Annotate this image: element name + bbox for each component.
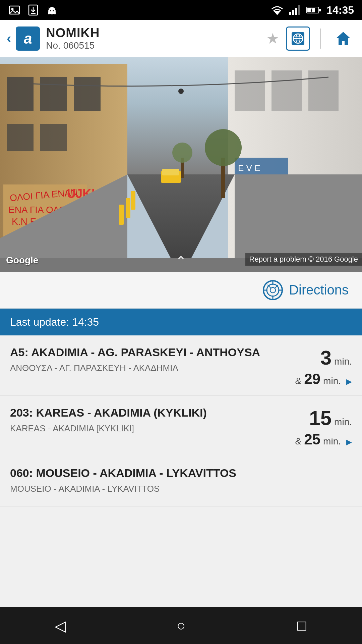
- svg-point-68: [270, 287, 276, 293]
- svg-rect-36: [74, 77, 101, 111]
- google-label: Google: [6, 255, 38, 266]
- time-primary-unit: min.: [334, 356, 352, 367]
- svg-marker-54: [235, 174, 362, 265]
- time-secondary-number: 29: [304, 371, 320, 387]
- last-update-time: 14:35: [72, 316, 99, 328]
- home-button[interactable]: [331, 26, 355, 51]
- wifi-icon: [271, 5, 284, 15]
- svg-rect-45: [235, 70, 265, 111]
- status-icons: [8, 4, 58, 16]
- time-secondary-number: 25: [304, 431, 320, 448]
- svg-point-1: [11, 8, 14, 10]
- header: ‹ a NOMIKH No. 060515 ★: [0, 20, 362, 57]
- svg-rect-10: [48, 12, 50, 14]
- svg-marker-13: [274, 11, 281, 15]
- header-title: NOMIKH No. 060515: [46, 26, 266, 51]
- route-subtitle: MOUSEIO - AKADIMIA - LYKAVITTOS: [10, 484, 345, 494]
- svg-point-65: [178, 89, 184, 94]
- svg-line-8: [49, 8, 50, 9]
- time-primary-number: 15: [309, 407, 331, 430]
- station-number: No. 060515: [46, 40, 266, 51]
- route-name: 060: MOUSEIO - AKADIMIA - LYKAVITTOS: [10, 466, 345, 480]
- svg-rect-11: [54, 12, 56, 14]
- status-bar: 14:35: [0, 0, 362, 20]
- svg-point-63: [172, 143, 192, 163]
- route-subtitle: KAREAS - AKADIMIA [KYKLIKI]: [10, 423, 288, 434]
- street-view[interactable]: ΟΛΟΙ ΓΙΑ ΕΝΑΝ ΕΝΑ ΓΙΑ ΟΛΟΥΣ K.N.E. UJK! …: [0, 57, 362, 272]
- svg-rect-15: [292, 10, 294, 15]
- route-subtitle: ΑΝΘΟΥΣΑ - ΑΓ. ΠΑΡΑΣΚΕΥΗ - ΑΚΑΔΗΜΙΑ: [10, 363, 288, 373]
- image-icon: [8, 4, 21, 16]
- route-name: 203: KAREAS - AKADIMIA (KYKLIKI): [10, 405, 288, 420]
- android-icon: [46, 4, 58, 16]
- directions-button[interactable]: Directions: [262, 279, 349, 301]
- svg-rect-47: [308, 70, 339, 111]
- battery-icon: [306, 6, 321, 14]
- svg-rect-59: [162, 169, 179, 175]
- time-primary-number: 3: [320, 346, 331, 369]
- route-time: 3 min. & 29 min. ▶: [295, 345, 352, 387]
- svg-rect-14: [289, 12, 291, 15]
- svg-rect-35: [40, 77, 67, 111]
- svg-rect-56: [126, 198, 130, 218]
- globe-button[interactable]: [286, 26, 310, 51]
- svg-rect-37: [7, 124, 34, 151]
- svg-point-7: [53, 10, 54, 11]
- svg-point-6: [50, 10, 51, 11]
- svg-rect-46: [272, 70, 302, 111]
- time-display: 14:35: [326, 4, 354, 16]
- route-expand-arrow: ▶: [346, 377, 352, 386]
- svg-point-12: [50, 7, 54, 9]
- header-actions: ★: [266, 26, 355, 51]
- back-button[interactable]: ‹: [7, 31, 11, 46]
- directions-label: Directions: [289, 282, 349, 298]
- time-secondary-unit: min.: [323, 376, 341, 386]
- route-item[interactable]: A5: AKADIMIA - AG. PARASKEYI - ANTHOYSA …: [0, 335, 362, 396]
- nav-home-button[interactable]: ○: [168, 612, 194, 639]
- route-info: A5: AKADIMIA - AG. PARASKEYI - ANTHOYSA …: [10, 345, 295, 373]
- nav-recent-button[interactable]: □: [288, 612, 315, 639]
- time-primary-unit: min.: [334, 417, 352, 427]
- directions-icon: [262, 279, 284, 301]
- svg-marker-30: [337, 32, 350, 45]
- route-info: 060: MOUSEIO - AKADIMIA - LYKAVITTOS MOU…: [10, 466, 352, 494]
- svg-text:E V E: E V E: [238, 163, 260, 173]
- header-divider: [320, 29, 321, 49]
- route-expand-arrow: ▶: [346, 438, 352, 446]
- report-problem[interactable]: Report a problem © 2016 Google: [245, 253, 362, 266]
- directions-bar: Directions: [0, 272, 362, 309]
- route-info: 203: KAREAS - AKADIMIA (KYKLIKI) KAREAS …: [10, 405, 295, 434]
- signal-icon: [289, 5, 301, 15]
- svg-rect-38: [40, 124, 67, 151]
- svg-rect-34: [7, 77, 34, 111]
- last-update-label: Last update:: [10, 316, 69, 328]
- app-logo: a: [16, 26, 40, 51]
- svg-rect-16: [295, 8, 297, 15]
- favorite-button[interactable]: ★: [266, 30, 279, 47]
- status-right-icons: 14:35: [271, 4, 354, 16]
- last-update-bar: Last update: 14:35: [0, 309, 362, 335]
- svg-rect-17: [298, 5, 300, 15]
- route-time: 15 min. & 25 min. ▶: [295, 405, 352, 448]
- svg-rect-19: [319, 9, 321, 11]
- download-icon: [27, 4, 40, 16]
- svg-point-61: [205, 129, 242, 166]
- route-item[interactable]: 060: MOUSEIO - AKADIMIA - LYKAVITTOS MOU…: [0, 456, 362, 506]
- svg-rect-55: [119, 205, 124, 225]
- station-name: NOMIKH: [46, 26, 266, 40]
- route-name: A5: AKADIMIA - AG. PARASKEYI - ANTHOYSA: [10, 345, 288, 360]
- route-list: A5: AKADIMIA - AG. PARASKEYI - ANTHOYSA …: [0, 335, 362, 506]
- nav-back-button[interactable]: ◁: [47, 612, 74, 639]
- svg-line-9: [54, 8, 55, 9]
- svg-rect-57: [131, 191, 135, 210]
- time-secondary-unit: min.: [323, 436, 341, 447]
- street-view-up-arrow[interactable]: ⌃: [176, 254, 186, 268]
- route-item[interactable]: 203: KAREAS - AKADIMIA (KYKLIKI) KAREAS …: [0, 396, 362, 456]
- bottom-nav: ◁ ○ □: [0, 607, 362, 644]
